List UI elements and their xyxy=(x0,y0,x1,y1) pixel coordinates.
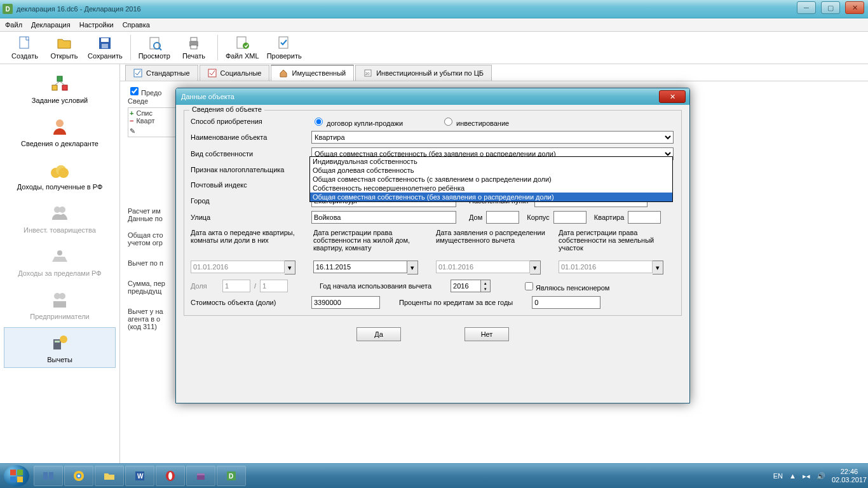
tb-print[interactable]: Печать xyxy=(174,34,214,61)
input-block[interactable] xyxy=(553,211,587,224)
lbl-apt: Квартира xyxy=(594,214,625,221)
tray-flag2-icon[interactable]: ▸◂ xyxy=(803,472,810,480)
menu-declaration[interactable]: Декларация xyxy=(31,21,71,29)
close-button[interactable]: ✕ xyxy=(845,1,864,14)
start-button[interactable] xyxy=(4,465,29,487)
tb-create[interactable]: Создать xyxy=(5,34,44,61)
menu-settings[interactable]: Настройки xyxy=(79,21,114,29)
input-date-act[interactable] xyxy=(191,261,285,273)
task-word[interactable]: W xyxy=(125,466,154,486)
menu-help[interactable]: Справка xyxy=(123,21,150,29)
own-opt-4[interactable]: Общая совместная собственность (без заяв… xyxy=(310,193,672,201)
task-explorer[interactable] xyxy=(95,466,124,486)
svg-text:D: D xyxy=(229,473,233,480)
dialog-close-button[interactable]: ✕ xyxy=(659,90,686,103)
input-cost[interactable] xyxy=(311,296,380,309)
date-land-drop[interactable]: ▾ xyxy=(653,261,663,274)
lbl-date-land: Дата регистрации права собственности на … xyxy=(559,229,675,257)
radio-sale[interactable]: договор купли-продажи xyxy=(311,116,403,127)
tb-sep2 xyxy=(217,35,218,60)
lbl-own-type: Вид собственности xyxy=(191,150,311,158)
svg-point-23 xyxy=(59,207,65,213)
own-opt-2[interactable]: Общая совместная собственность (с заявле… xyxy=(310,175,672,184)
nav-income-abroad[interactable]: Доходы за пределами РФ xyxy=(4,241,116,281)
minimize-button[interactable]: ─ xyxy=(797,1,816,14)
btn-yes[interactable]: Да xyxy=(356,327,401,341)
input-date-reg[interactable] xyxy=(313,261,407,273)
tb-open[interactable]: Открыть xyxy=(44,34,84,61)
radio-invest[interactable]: инвестирование xyxy=(441,116,509,127)
own-opt-1[interactable]: Общая долевая собственность xyxy=(310,166,672,175)
svg-rect-40 xyxy=(49,472,53,480)
tab-invest-losses[interactable]: 20Инвестиционный и убытки по ЦБ xyxy=(355,65,492,81)
tray-flag-icon[interactable]: ▲ xyxy=(789,472,796,480)
spin-up[interactable]: ▴ xyxy=(481,280,490,286)
nav-invest[interactable]: Инвест. товарищества xyxy=(4,198,116,238)
dialog-titlebar[interactable]: Данные объекта ✕ xyxy=(176,88,689,105)
tray-network-icon[interactable]: 🔊 xyxy=(817,472,825,480)
tab-property[interactable]: Имущественный xyxy=(271,65,354,81)
window-titlebar: D декларация 16.dc6 - Декларация 2016 ─ … xyxy=(0,0,868,18)
maximize-button[interactable]: ▢ xyxy=(821,1,840,14)
input-date-decl[interactable] xyxy=(436,261,530,273)
input-street[interactable] xyxy=(311,211,456,224)
dialog-body: Сведения об объекте Способ приобретения … xyxy=(176,105,689,346)
input-share-den[interactable] xyxy=(260,280,288,292)
task-totalcmd[interactable] xyxy=(34,466,63,486)
svg-point-21 xyxy=(58,168,69,178)
tray-clock[interactable]: 22:46 02.03.2017 xyxy=(832,468,867,484)
date-act-drop[interactable]: ▾ xyxy=(285,261,295,274)
task-chrome[interactable] xyxy=(64,466,93,486)
select-obj-name[interactable]: Квартира xyxy=(311,131,674,144)
groupbox-title: Сведения об объекте xyxy=(189,105,264,113)
menu-file[interactable]: Файл xyxy=(5,21,22,29)
svg-point-47 xyxy=(168,472,172,480)
lbl-acq-method: Способ приобретения xyxy=(191,118,311,125)
input-interest[interactable] xyxy=(532,296,600,309)
nav-entrepreneurs[interactable]: Предприниматели xyxy=(4,284,116,325)
date-decl-drop[interactable]: ▾ xyxy=(530,261,541,274)
input-house[interactable] xyxy=(486,211,519,224)
tb-check[interactable]: Проверить xyxy=(263,34,306,61)
input-share-num[interactable] xyxy=(222,280,250,292)
tb-print-label: Печать xyxy=(182,52,205,60)
nav-income-rf[interactable]: Доходы, полученные в РФ xyxy=(4,154,116,195)
dialog-title: Данные объекта xyxy=(181,93,234,100)
input-date-land[interactable] xyxy=(559,261,653,273)
tab-row: Стандартные Социальные Имущественный 20И… xyxy=(120,64,868,81)
own-opt-3[interactable]: Собственность несовершеннолетнего ребёнк… xyxy=(310,184,672,193)
tb-open-label: Открыть xyxy=(50,52,78,60)
year-spinner[interactable]: ▴▾ xyxy=(451,280,491,292)
lbl-date-decl: Дата заявления о распределении имуществе… xyxy=(436,229,552,257)
nav-conditions[interactable]: Задание условий xyxy=(4,68,116,109)
tab-social[interactable]: Социальные xyxy=(200,65,270,81)
svg-rect-35 xyxy=(10,470,16,475)
bg-provide-checkbox[interactable] xyxy=(130,87,139,95)
btn-no[interactable]: Нет xyxy=(465,327,509,341)
svg-rect-31 xyxy=(134,69,142,77)
lbl-share: Доля xyxy=(191,282,222,290)
menubar: Файл Декларация Настройки Справка xyxy=(0,18,868,32)
tab-standard[interactable]: Стандартные xyxy=(125,65,198,81)
input-apt[interactable] xyxy=(628,211,661,224)
svg-rect-49 xyxy=(197,473,205,475)
task-opera[interactable] xyxy=(156,466,185,486)
nav-declarant[interactable]: Сведения о декларанте xyxy=(4,111,116,152)
nav-deductions[interactable]: Вычеты xyxy=(4,327,116,368)
own-opt-0[interactable]: Индивидуальная собственность xyxy=(310,157,672,166)
system-tray: EN ▲ ▸◂ 🔊 22:46 02.03.2017 xyxy=(773,468,868,484)
tb-save[interactable]: Сохранить xyxy=(84,34,126,61)
svg-rect-29 xyxy=(55,341,60,342)
spin-down[interactable]: ▾ xyxy=(481,286,490,292)
own-type-dropdown-list[interactable]: Индивидуальная собственность Общая долев… xyxy=(309,156,673,202)
tb-create-label: Создать xyxy=(11,52,38,60)
chk-pensioner[interactable]: Являюсь пенсионером xyxy=(522,280,609,292)
lbl-street: Улица xyxy=(191,214,311,221)
tb-preview[interactable]: Просмотр xyxy=(135,34,174,61)
task-declaration[interactable]: D xyxy=(217,466,246,486)
task-winrar[interactable] xyxy=(186,466,215,486)
tb-xml[interactable]: Файл XML xyxy=(222,34,263,61)
window-title: декларация 16.dc6 - Декларация 2016 xyxy=(17,5,141,13)
tray-lang[interactable]: EN xyxy=(773,472,783,480)
date-reg-drop[interactable]: ▾ xyxy=(407,261,418,274)
